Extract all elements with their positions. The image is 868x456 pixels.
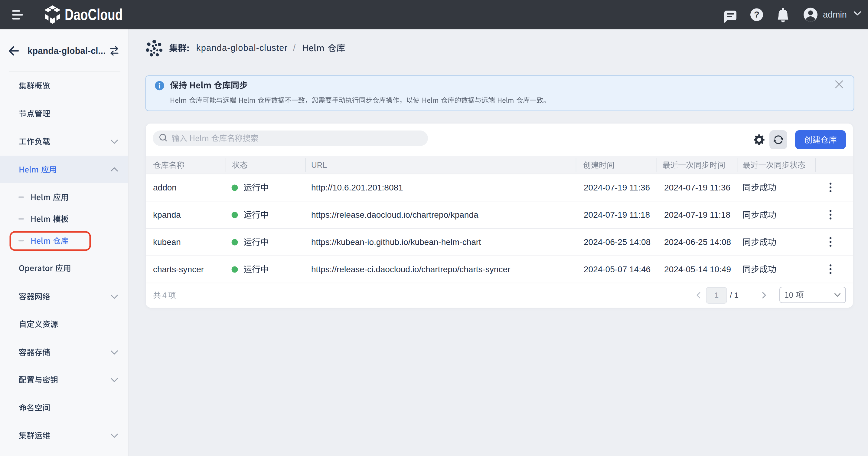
svg-text:2024-05-14 10:49: 2024-05-14 10:49 xyxy=(664,265,731,274)
svg-text:2024-07-19 11:36: 2024-07-19 11:36 xyxy=(584,183,650,192)
svg-text:addon: addon xyxy=(153,183,177,192)
svg-text:kpanda-global-cl...: kpanda-global-cl... xyxy=(28,46,105,56)
svg-text:2024-07-19 11:18: 2024-07-19 11:18 xyxy=(584,210,650,220)
svg-text:DaoCloud: DaoCloud xyxy=(65,6,123,23)
svg-text:/ 1: / 1 xyxy=(730,291,739,300)
svg-text:2024-06-25 14:08: 2024-06-25 14:08 xyxy=(664,237,731,247)
svg-text:2024-07-19 11:18: 2024-07-19 11:18 xyxy=(664,210,731,220)
svg-text:kpanda: kpanda xyxy=(153,210,181,220)
svg-text:https://release.daocloud.io/ch: https://release.daocloud.io/chartrepo/kp… xyxy=(311,210,478,220)
svg-text:kubean: kubean xyxy=(153,237,181,247)
svg-text:/: / xyxy=(293,43,296,53)
svg-text:admin: admin xyxy=(823,10,847,19)
svg-text:kpanda-global-cluster: kpanda-global-cluster xyxy=(196,43,288,53)
svg-text:URL: URL xyxy=(311,161,327,170)
svg-text:2024-07-19 11:36: 2024-07-19 11:36 xyxy=(664,183,731,192)
svg-text:https://kubean-io.github.io/ku: https://kubean-io.github.io/kubean-helm-… xyxy=(311,237,481,247)
svg-text:charts-syncer: charts-syncer xyxy=(153,265,204,274)
svg-text:?: ? xyxy=(754,9,760,19)
svg-text:2024-06-25 14:08: 2024-06-25 14:08 xyxy=(584,237,651,247)
svg-text:1: 1 xyxy=(714,291,719,300)
svg-text:https://release-ci.daocloud.io: https://release-ci.daocloud.io/chartrepo… xyxy=(311,265,510,274)
svg-text:2024-05-07 14:46: 2024-05-07 14:46 xyxy=(584,265,651,274)
svg-text:http://10.6.201.201:8081: http://10.6.201.201:8081 xyxy=(311,183,403,192)
